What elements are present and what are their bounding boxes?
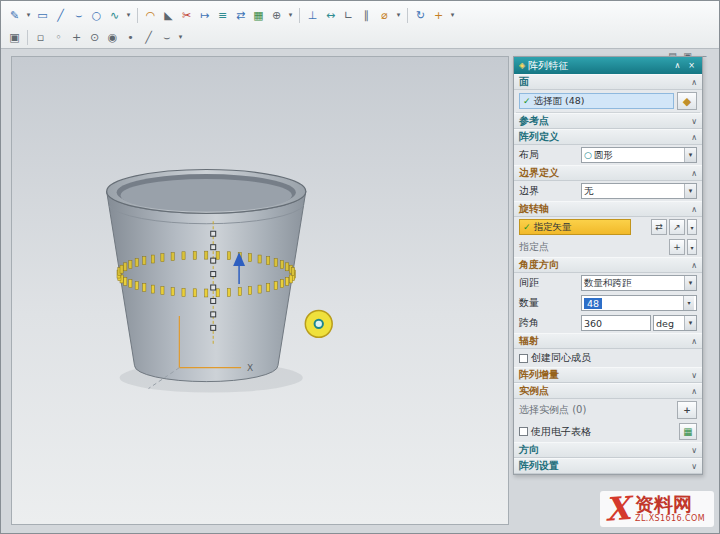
- toolbar-separator: [27, 30, 28, 45]
- dialog-close-icon[interactable]: ×: [686, 61, 697, 70]
- span-angle-input[interactable]: 360: [581, 315, 651, 331]
- chevron-down-icon[interactable]: ∨: [691, 446, 697, 455]
- chevron-up-icon[interactable]: ∧: [691, 387, 697, 396]
- quick-extend-icon[interactable]: ↦: [196, 7, 213, 24]
- chevron-up-icon[interactable]: ∧: [691, 78, 697, 87]
- select-face-field[interactable]: ✓ 选择面 (48): [519, 93, 674, 109]
- profile-icon[interactable]: ✎: [6, 7, 23, 24]
- section-pattern-definition-label: 阵列定义: [519, 130, 559, 144]
- chevron-up-icon[interactable]: ∧: [691, 133, 697, 142]
- dialog-titlebar[interactable]: ◈ 阵列特征 ∧ ×: [514, 57, 702, 74]
- check-icon: ✓: [523, 96, 531, 106]
- fillet-icon[interactable]: ◠: [142, 7, 159, 24]
- rotate-view-icon[interactable]: ↻: [412, 7, 429, 24]
- drag-handle-sphere[interactable]: [305, 310, 332, 337]
- circle-icon[interactable]: ○: [88, 7, 105, 24]
- section-pattern-settings-label: 阵列设置: [519, 459, 559, 473]
- section-radiate[interactable]: 辐射 ∧: [514, 333, 702, 349]
- quick-trim-icon[interactable]: ✂: [178, 7, 195, 24]
- section-face[interactable]: 面 ∧: [514, 74, 702, 90]
- arc-icon[interactable]: ⌣: [70, 7, 87, 24]
- section-pattern-settings[interactable]: 阵列设置 ∨: [514, 458, 702, 474]
- dialog-collapse-icon[interactable]: ∧: [672, 61, 683, 70]
- section-angle-direction[interactable]: 角度方向 ∧: [514, 257, 702, 273]
- chamfer-icon[interactable]: ◣: [160, 7, 177, 24]
- chevron-down-icon[interactable]: ∨: [691, 117, 697, 126]
- count-caret-icon[interactable]: ▾: [683, 296, 694, 310]
- perpendicular-icon[interactable]: ∟: [340, 7, 357, 24]
- dropdown-caret-icon[interactable]: ▾: [684, 316, 696, 330]
- snap-more-icon[interactable]: ▾: [176, 33, 185, 41]
- profile-more-icon[interactable]: ▾: [24, 11, 33, 19]
- span-unit-dropdown[interactable]: deg ▾: [653, 315, 697, 331]
- geometric-constraints-icon[interactable]: ⊥: [304, 7, 321, 24]
- dropdown-caret-icon[interactable]: ▾: [684, 184, 696, 198]
- dialog-title: 阵列特征: [528, 59, 669, 73]
- constraints-more-icon[interactable]: ▾: [394, 11, 403, 19]
- layout-dropdown[interactable]: ○ 圆形 ▾: [581, 147, 697, 163]
- boundary-dropdown[interactable]: 无 ▾: [581, 183, 697, 199]
- curves-more-icon[interactable]: ▾: [124, 11, 133, 19]
- chevron-down-icon[interactable]: ∨: [691, 371, 697, 380]
- line-icon[interactable]: ╱: [52, 7, 69, 24]
- chevron-up-icon[interactable]: ∧: [691, 169, 697, 178]
- bucket-model[interactable]: [107, 170, 306, 393]
- section-boundary-definition[interactable]: 边界定义 ∧: [514, 165, 702, 181]
- chevron-up-icon[interactable]: ∧: [691, 205, 697, 214]
- select-face-label: 选择面 (48): [534, 95, 585, 108]
- snap-existing-point-icon[interactable]: •: [122, 29, 139, 46]
- snap-on-curve-icon[interactable]: ╱: [140, 29, 157, 46]
- specify-vector-label: 指定矢量: [534, 221, 572, 234]
- offset-curve-icon[interactable]: ≡: [214, 7, 231, 24]
- snap-intersection-icon[interactable]: +: [68, 29, 85, 46]
- transform-more-icon[interactable]: ▾: [448, 11, 457, 19]
- dropdown-caret-icon[interactable]: ▾: [684, 276, 696, 290]
- count-input[interactable]: 48 ▾: [581, 295, 697, 311]
- spreadsheet-icon[interactable]: ▦: [679, 423, 697, 440]
- edit-more-icon[interactable]: ▾: [286, 11, 295, 19]
- specify-point-label: 指定点: [519, 240, 549, 254]
- section-pattern-definition[interactable]: 阵列定义 ∧: [514, 129, 702, 145]
- circular-layout-icon: ○: [584, 150, 592, 160]
- vector-options-caret-icon[interactable]: ▾: [687, 219, 697, 235]
- diameter-icon[interactable]: ⌀: [376, 7, 393, 24]
- snap-enable-icon[interactable]: ▣: [6, 29, 23, 46]
- point-options-caret-icon[interactable]: ▾: [687, 239, 697, 255]
- spacing-dropdown[interactable]: 数量和跨距 ▾: [581, 275, 697, 291]
- specify-vector-row: ✓ 指定矢量 ⇄ ↗ ▾: [514, 217, 702, 237]
- section-reference-point[interactable]: 参考点 ∨: [514, 113, 702, 129]
- mirror-curve-icon[interactable]: ⇄: [232, 7, 249, 24]
- snap-endpoint-icon[interactable]: ▫: [32, 29, 49, 46]
- section-orientation[interactable]: 方向 ∨: [514, 442, 702, 458]
- pattern-curve-icon[interactable]: ▦: [250, 7, 267, 24]
- intersection-point-icon[interactable]: ⊕: [268, 7, 285, 24]
- point-dialog-button[interactable]: +: [669, 239, 685, 255]
- vector-dialog-button[interactable]: ↗: [669, 219, 685, 235]
- section-rotation-axis[interactable]: 旋转轴 ∧: [514, 201, 702, 217]
- use-spreadsheet-checkbox[interactable]: [519, 427, 528, 436]
- chevron-down-icon[interactable]: ∨: [691, 462, 697, 471]
- snap-midpoint-icon[interactable]: ◦: [50, 29, 67, 46]
- reverse-vector-button[interactable]: ⇄: [651, 219, 667, 235]
- layout-label: 布局: [519, 148, 539, 162]
- dropdown-caret-icon[interactable]: ▾: [684, 148, 696, 162]
- move-curve-icon[interactable]: +: [430, 7, 447, 24]
- section-pattern-increment[interactable]: 阵列增量 ∨: [514, 367, 702, 383]
- 3d-viewport-canvas[interactable]: X: [12, 57, 508, 524]
- chevron-up-icon[interactable]: ∧: [691, 261, 697, 270]
- face-select-button[interactable]: ◆: [677, 92, 697, 110]
- watermark-logo: X: [604, 493, 631, 525]
- specify-vector-field[interactable]: ✓ 指定矢量: [519, 219, 631, 235]
- chevron-up-icon[interactable]: ∧: [691, 337, 697, 346]
- snap-quadrant-icon[interactable]: ◉: [104, 29, 121, 46]
- section-instance-points[interactable]: 实例点 ∧: [514, 383, 702, 399]
- parallel-icon[interactable]: ∥: [358, 7, 375, 24]
- snap-tangent-icon[interactable]: ⌣: [158, 29, 175, 46]
- rectangle-icon[interactable]: ▭: [34, 7, 51, 24]
- studio-spline-icon[interactable]: ∿: [106, 7, 123, 24]
- concentric-members-checkbox[interactable]: [519, 354, 528, 363]
- snap-center-icon[interactable]: ⊙: [86, 29, 103, 46]
- instance-point-select-button[interactable]: +: [677, 401, 697, 419]
- 3d-viewport[interactable]: X: [11, 56, 509, 525]
- dimension-icon[interactable]: ↔: [322, 7, 339, 24]
